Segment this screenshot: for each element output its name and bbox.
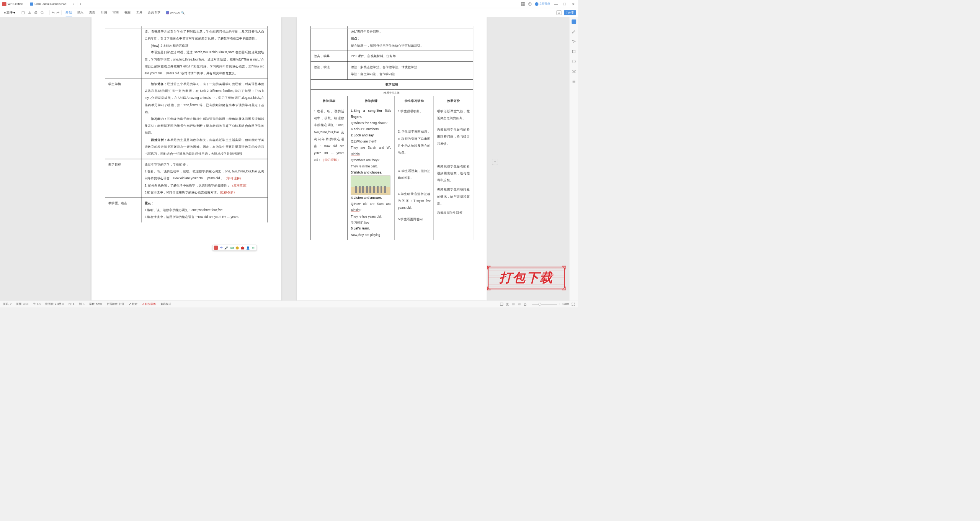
tab-view[interactable]: 视图: [124, 9, 131, 16]
svg-rect-11: [500, 303, 503, 305]
properties-icon[interactable]: [572, 79, 576, 84]
status-section[interactable]: 节: 1/1: [33, 302, 41, 306]
highlight-icon[interactable]: [572, 49, 576, 54]
tab-close-button[interactable]: ×: [73, 2, 74, 5]
doc-text: [How] 文本结构和语言修辞: [145, 42, 265, 49]
file-menu[interactable]: ≡ 文件 ▾: [2, 10, 17, 15]
status-spell[interactable]: 拼写检查: 打开: [107, 302, 124, 306]
row-label-student: 学生学情: [105, 79, 141, 159]
ime-settings-icon[interactable]: ⚙: [252, 246, 255, 249]
cloud-sync-icon[interactable]: ☁: [556, 10, 562, 15]
status-proof[interactable]: 校对: [132, 302, 137, 305]
tab-member[interactable]: 会员专享: [148, 9, 160, 16]
zoom-slider[interactable]: − +: [529, 303, 560, 306]
zoom-in-button[interactable]: +: [559, 303, 560, 306]
embedded-image: [351, 175, 390, 195]
status-line[interactable]: 行: 1: [69, 302, 74, 306]
doc-text-underline: Binbin: [351, 152, 360, 156]
doc-text: 教师观察学生是否能看视频圈出答案，给与指导和反馈。: [437, 163, 470, 184]
preview-icon[interactable]: [40, 11, 44, 14]
doc-text: ?: [359, 208, 361, 212]
view-mode-web-icon[interactable]: [512, 302, 515, 306]
search-icon[interactable]: 🔍: [181, 11, 185, 15]
status-words[interactable]: 字数: 5798: [89, 302, 102, 306]
view-mode-read-icon[interactable]: [506, 302, 509, 306]
svg-rect-0: [521, 2, 523, 4]
ime-toolbox-icon[interactable]: 🧰: [241, 246, 244, 249]
lock-icon[interactable]: [523, 302, 527, 306]
redo-icon[interactable]: [56, 11, 59, 14]
edit-icon[interactable]: [572, 29, 576, 34]
status-col[interactable]: 列: 1: [79, 302, 85, 306]
tab-start[interactable]: 开始: [65, 9, 72, 16]
doc-step: 2.Look and say: [351, 133, 392, 139]
help-icon[interactable]: ?: [528, 2, 531, 6]
doc-step: 4.Listen and answer.: [351, 195, 392, 201]
status-page[interactable]: 页码: 7: [3, 302, 11, 306]
table-header: 学生学习活动: [395, 96, 434, 106]
doc-label: 学习能力：: [151, 117, 167, 120]
status-pages[interactable]: 页面: 7/13: [16, 302, 28, 306]
share-label: 分享: [568, 11, 573, 14]
status-pos[interactable]: 设置值: 2.3厘米: [45, 302, 64, 306]
doc-text: 学习词汇:five: [351, 220, 392, 226]
view-mode-outline-icon[interactable]: [518, 302, 521, 306]
doc-text: Now,they are playing: [351, 232, 392, 238]
doc-text: 4.学生听录音选择正确的答案：They're five years old.: [398, 190, 430, 211]
tab-add-button[interactable]: +: [77, 1, 84, 7]
ime-lang-indicator[interactable]: 中: [220, 246, 223, 250]
margin-control-button[interactable]: +: [492, 159, 498, 165]
share-button[interactable]: ⤴ 分享: [564, 10, 576, 15]
doc-icon: [30, 2, 33, 5]
file-menu-label: 文件: [7, 11, 12, 15]
zoom-level[interactable]: 120%: [562, 303, 569, 306]
save-icon[interactable]: [21, 11, 25, 14]
tab-reference[interactable]: 引用: [101, 9, 107, 16]
export-icon[interactable]: [28, 11, 31, 14]
zoom-thumb[interactable]: [538, 303, 541, 305]
maximize-button[interactable]: ❐: [562, 1, 567, 7]
status-missing-font[interactable]: 缺失字体: [145, 302, 156, 305]
doc-label: 困难分析：: [151, 138, 167, 141]
tab-page[interactable]: 页面: [89, 9, 96, 16]
doc-text: 教师根据学生回答问题的情况，给与表扬和鼓励。: [437, 186, 470, 207]
tab-tools[interactable]: 工具: [136, 9, 143, 16]
print-icon[interactable]: [34, 11, 38, 14]
view-mode-print-icon[interactable]: [500, 302, 503, 306]
close-button[interactable]: ✕: [570, 1, 576, 7]
login-button[interactable]: 立即登录: [535, 2, 550, 6]
tab-insert[interactable]: 插入: [77, 9, 84, 16]
more-icon[interactable]: ⋯: [572, 89, 575, 93]
select-icon[interactable]: [572, 39, 576, 44]
shapes-icon[interactable]: [572, 59, 576, 64]
ime-voice-icon[interactable]: 🎤: [224, 246, 228, 249]
doc-text: 3. 学生看视频，选择正确的答案。: [398, 167, 430, 181]
doc-text: 经过前五个单元的学习，有了一定的英语学习的经验，对英语基本的表达和基础的词汇有一…: [145, 82, 265, 114]
app-menu-icon[interactable]: [521, 2, 525, 6]
layers-icon[interactable]: [572, 69, 576, 74]
zoom-out-button[interactable]: −: [529, 303, 531, 306]
fit-icon[interactable]: [572, 302, 575, 306]
watermark-text: 打包下载: [488, 267, 565, 289]
minimize-button[interactable]: —: [553, 1, 559, 7]
doc-step: 5.Let's learn.: [351, 226, 392, 232]
ime-keyboard-icon[interactable]: ⌨: [230, 246, 234, 249]
app-logo[interactable]: WPS Office: [2, 2, 23, 6]
wps-ai-button[interactable]: WPS AI 🔍: [166, 11, 185, 15]
doc-text: They're in the park.: [351, 163, 392, 169]
undo-icon[interactable]: [51, 11, 55, 14]
tab-options-icon[interactable]: ⋯: [68, 2, 70, 5]
ime-toolbar[interactable]: 中 🎤 ⌨ 😊 🧰 👤 ⚙: [212, 245, 257, 251]
ime-emoji-icon[interactable]: 😊: [235, 246, 239, 249]
app-name: WPS Office: [8, 2, 23, 6]
tab-review[interactable]: 审阅: [113, 9, 119, 16]
svg-point-15: [518, 304, 519, 304]
doc-text: A.colour B.numbers: [351, 126, 392, 132]
doc-text: 2.能在情境中，运用所学的核心语言 "How old are you? I'm …: [145, 214, 265, 221]
ime-user-icon[interactable]: 👤: [246, 246, 250, 249]
svg-rect-6: [35, 12, 37, 14]
download-watermark[interactable]: 打包下载: [488, 267, 565, 289]
status-compat[interactable]: 兼容模式: [160, 302, 171, 306]
document-tab[interactable]: Unit6 Useful numbers Part ⋯ ×: [27, 2, 77, 7]
location-icon[interactable]: [572, 20, 576, 24]
